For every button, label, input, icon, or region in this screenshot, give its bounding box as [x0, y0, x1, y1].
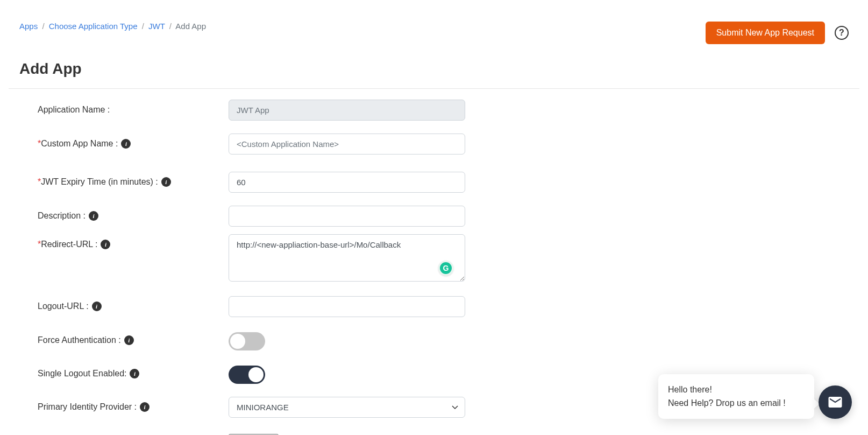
description-label: Description : i: [38, 206, 229, 221]
breadcrumb-sep: /: [142, 22, 144, 31]
info-icon[interactable]: i: [161, 177, 171, 187]
info-icon[interactable]: i: [140, 402, 150, 412]
description-input[interactable]: [229, 206, 465, 227]
upload-logo-label: Upload App Logo (Optional):: [38, 431, 229, 435]
chat-line2: Need Help? Drop us an email !: [668, 396, 805, 410]
jwt-expiry-label: *JWT Expiry Time (in minutes) : i: [38, 172, 229, 187]
breadcrumb-jwt[interactable]: JWT: [148, 22, 165, 31]
info-icon[interactable]: i: [92, 301, 102, 311]
jwt-expiry-input[interactable]: [229, 172, 465, 193]
custom-app-name-label: *Custom App Name : i: [38, 134, 229, 149]
single-logout-label: Single Logout Enabled: i: [38, 363, 229, 378]
custom-app-name-input[interactable]: [229, 134, 465, 155]
force-auth-label: Force Authentication : i: [38, 330, 229, 345]
force-auth-toggle[interactable]: [229, 332, 265, 350]
page-title: Add App: [0, 44, 868, 88]
logout-url-label: Logout-URL : i: [38, 296, 229, 311]
breadcrumb-choose-type[interactable]: Choose Application Type: [49, 22, 138, 31]
info-icon[interactable]: i: [124, 335, 134, 345]
breadcrumb-sep: /: [42, 22, 44, 31]
info-icon[interactable]: i: [130, 369, 139, 378]
mail-icon: [827, 394, 843, 410]
info-icon[interactable]: i: [89, 211, 98, 221]
chat-line1: Hello there!: [668, 383, 805, 397]
redirect-url-label: *Redirect-URL : i: [38, 234, 229, 249]
breadcrumb-current: Add App: [175, 22, 206, 31]
help-icon[interactable]: ?: [835, 26, 849, 40]
primary-idp-label: Primary Identity Provider : i: [38, 397, 229, 412]
chat-popup: Hello there! Need Help? Drop us an email…: [658, 374, 814, 419]
info-icon[interactable]: i: [101, 240, 110, 249]
info-icon[interactable]: i: [121, 139, 131, 149]
application-name-label: Application Name :: [38, 100, 229, 115]
submit-new-app-button[interactable]: Submit New App Request: [706, 22, 825, 44]
single-logout-toggle[interactable]: [229, 366, 265, 384]
grammarly-icon[interactable]: G: [438, 261, 453, 276]
application-name-input: [229, 100, 465, 121]
chat-button[interactable]: [819, 385, 852, 419]
logout-url-input[interactable]: [229, 296, 465, 317]
breadcrumb: Apps / Choose Application Type / JWT / A…: [19, 22, 206, 31]
breadcrumb-apps[interactable]: Apps: [19, 22, 38, 31]
redirect-url-input[interactable]: http://<new-appliaction-base-url>/Mo/Cal…: [229, 234, 465, 282]
breadcrumb-sep: /: [169, 22, 172, 31]
primary-idp-select[interactable]: MINIORANGE: [229, 397, 465, 418]
